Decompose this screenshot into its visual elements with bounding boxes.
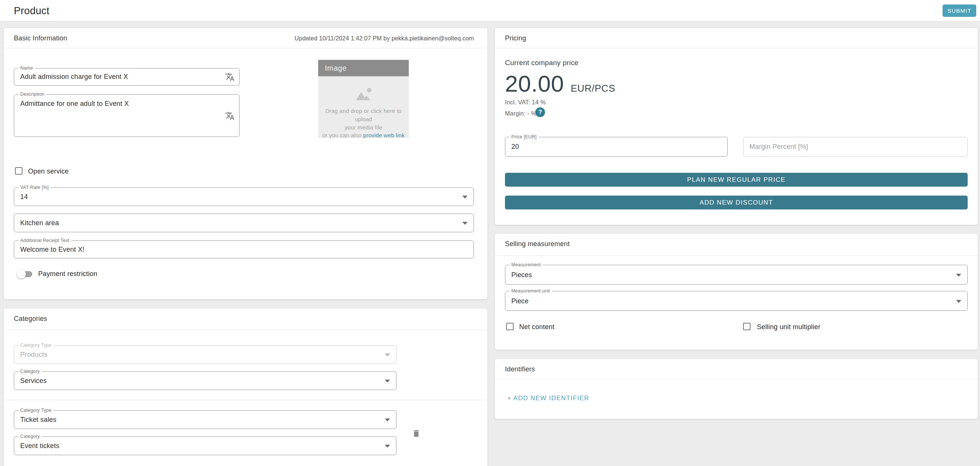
pricing-card: Pricing Current company price 20.00 EUR/… (495, 28, 978, 225)
open-service-label: Open service (28, 168, 68, 175)
submit-button[interactable]: SUBMIT (943, 5, 976, 17)
category-type-value: Ticket sales (20, 416, 57, 424)
top-bar: Product SUBMIT (0, 0, 980, 21)
vat-rate-value: 14 (20, 193, 28, 201)
chevron-down-icon (385, 445, 390, 448)
divider (4, 400, 487, 400)
divider (4, 330, 487, 330)
additional-receipt-text-input[interactable] (14, 241, 474, 258)
measurement-select[interactable]: Measurement Pieces (505, 265, 968, 285)
add-new-discount-button[interactable]: ADD NEW DISCOUNT (505, 196, 968, 209)
help-icon[interactable]: ? (535, 107, 545, 117)
payment-restriction-label: Payment restriction (38, 270, 97, 278)
selling-unit-multiplier-label: Selling unit multiplier (757, 323, 821, 331)
category-type-select[interactable]: Category Type Ticket sales (14, 410, 396, 429)
upload-hint-line2: your media file (345, 124, 383, 130)
chevron-down-icon (385, 418, 390, 422)
price-field[interactable]: Price [EUR] (505, 137, 728, 157)
vat-rate-label: VAT Rate [%] (18, 184, 51, 190)
measurement-label: Measurement (509, 262, 543, 268)
margin-percent-field[interactable] (743, 137, 968, 157)
vat-rate-select[interactable]: VAT Rate [%] 14 (14, 187, 474, 206)
divider (495, 379, 978, 379)
category-select[interactable]: Category Services (14, 371, 396, 390)
additional-receipt-text-field[interactable]: Additional Receipt Text (14, 241, 474, 258)
plan-new-regular-price-button[interactable]: PLAN NEW REGULAR PRICE (505, 173, 968, 187)
category-type-label: Category Type (18, 342, 54, 348)
image-upload-body[interactable]: Drag and drop or click here to upload yo… (318, 76, 409, 138)
toggle-knob (17, 269, 26, 279)
category-type-select-disabled: Category Type Products (14, 345, 396, 364)
name-input[interactable] (14, 68, 239, 85)
measurement-value: Pieces (511, 271, 532, 279)
chevron-down-icon (462, 196, 468, 198)
chevron-down-icon (385, 353, 390, 357)
divider (495, 48, 978, 48)
category-value: Event tickets (20, 442, 59, 450)
current-price-label: Current company price (505, 59, 578, 67)
chevron-down-icon (462, 222, 468, 225)
selling-measurement-card: Selling measurement Measurement Pieces M… (495, 234, 978, 350)
pricing-title: Pricing (505, 35, 526, 42)
image-upload-header: Image (318, 60, 409, 76)
translate-icon[interactable] (225, 111, 235, 121)
translate-icon[interactable] (225, 72, 235, 82)
provide-web-link[interactable]: provide web link (363, 132, 405, 138)
page-title: Product (14, 5, 49, 17)
payment-restriction-toggle[interactable] (18, 271, 32, 277)
sales-area-value: Kitchen area (20, 219, 59, 227)
chevron-down-icon (956, 300, 961, 303)
margin-percent-input[interactable] (743, 137, 967, 156)
delete-icon[interactable] (412, 429, 421, 438)
upload-hint-line3: or you can also (322, 132, 363, 138)
categories-card: Categories Category Type Products Catego… (4, 309, 487, 466)
measurement-unit-label: Measurement unit (509, 288, 552, 294)
category-label: Category (18, 433, 41, 439)
categories-title: Categories (14, 315, 47, 323)
margin-text: Margin: - % (505, 110, 536, 117)
identifiers-title: Identifiers (505, 365, 535, 373)
chevron-down-icon (385, 380, 390, 383)
chevron-down-icon (956, 274, 961, 277)
updated-timestamp: Updated 10/11/2024 1:42:07 PM by pekka.p… (294, 35, 474, 42)
measurement-unit-value: Piece (511, 297, 528, 305)
category-label: Category (18, 368, 41, 374)
add-new-identifier-link[interactable]: + ADD NEW IDENTIFIER (507, 395, 589, 402)
price-amount: 20.00 (505, 71, 564, 97)
sales-area-select[interactable]: Kitchen area (14, 214, 474, 232)
name-field[interactable]: Name (14, 68, 240, 86)
basic-information-title: Basic Information (14, 35, 67, 42)
net-content-label: Net content (519, 323, 554, 331)
category-type-label: Category Type (18, 407, 54, 413)
description-field[interactable]: Description Admittance for one adult to … (14, 94, 240, 137)
divider (495, 255, 978, 256)
image-upload-dropzone[interactable]: Image Drag and drop or click here to upl… (318, 60, 409, 138)
image-placeholder-icon (353, 87, 374, 104)
selling-unit-multiplier-checkbox[interactable] (743, 323, 751, 330)
incl-vat-text: Incl. VAT: 14 % (505, 99, 546, 106)
open-service-checkbox[interactable] (15, 167, 22, 175)
current-price-amount: 20.00 EUR/PCS (505, 72, 615, 95)
price-input[interactable] (505, 137, 727, 156)
upload-hint-line1: Drag and drop or click here to upload (325, 108, 402, 122)
basic-information-card: Basic Information Updated 10/11/2024 1:4… (4, 28, 487, 299)
net-content-checkbox[interactable] (506, 323, 514, 330)
category-select[interactable]: Category Event tickets (14, 436, 396, 455)
selling-measurement-title: Selling measurement (505, 240, 570, 248)
category-type-value: Products (20, 351, 48, 359)
divider (4, 48, 487, 48)
category-value: Services (20, 377, 47, 385)
identifiers-card: Identifiers + ADD NEW IDENTIFIER (495, 359, 978, 419)
measurement-unit-select[interactable]: Measurement unit Piece (505, 291, 968, 311)
price-unit: EUR/PCS (571, 82, 615, 94)
description-input[interactable]: Admittance for one adult to Event X (14, 95, 239, 136)
